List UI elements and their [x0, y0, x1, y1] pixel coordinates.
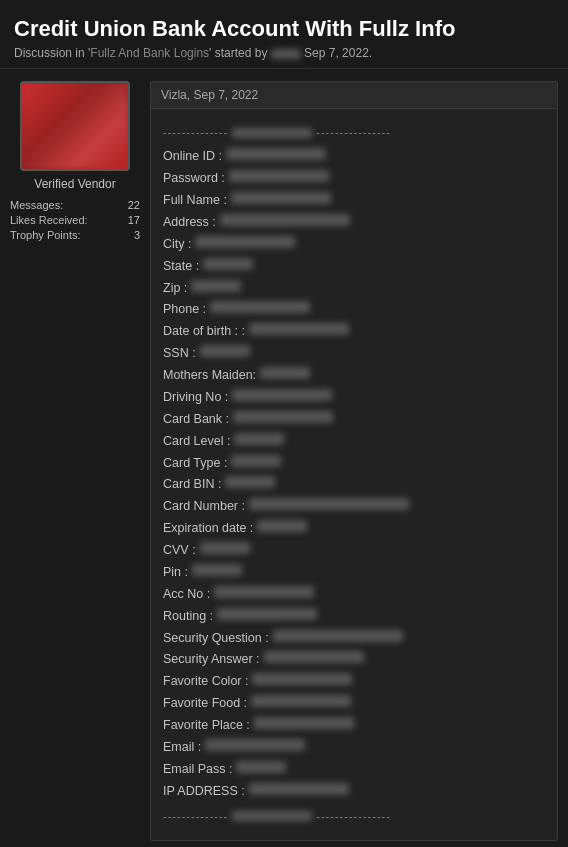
field-card-bin: Card BIN : [163, 474, 545, 496]
label-phone: Phone : [163, 299, 206, 321]
value-ssn [200, 345, 250, 357]
value-online-id [226, 148, 326, 160]
value-cvv [200, 542, 250, 554]
value-mothers-maiden [260, 367, 310, 379]
field-cvv: CVV : [163, 540, 545, 562]
label-pin: Pin : [163, 562, 188, 584]
value-zip [191, 280, 241, 292]
label-fav-food: Favorite Food : [163, 693, 247, 715]
label-city: City : [163, 234, 191, 256]
label-card-type: Card Type : [163, 453, 227, 475]
label-mothers-maiden: Mothers Maiden: [163, 365, 256, 387]
stat-likes: Likes Received: 17 [10, 214, 140, 226]
value-card-bin [225, 476, 275, 488]
main-content: Vizla, Sep 7, 2022 -------------- ------… [150, 81, 558, 841]
user-stats: Messages: 22 Likes Received: 17 Trophy P… [10, 199, 140, 244]
value-fav-food [251, 695, 351, 707]
field-card-level: Card Level : [163, 431, 545, 453]
label-card-bin: Card BIN : [163, 474, 221, 496]
value-card-bank [233, 411, 333, 423]
value-card-number [249, 498, 409, 510]
divider-value-top [232, 128, 312, 138]
field-email-pass: Email Pass : [163, 759, 545, 781]
post-date: Sep 7, 2022. [301, 46, 372, 60]
value-pin [192, 564, 242, 576]
value-fav-place [254, 717, 354, 729]
label-cvv: CVV : [163, 540, 196, 562]
label-address: Address : [163, 212, 216, 234]
divider-dashes-bottom-left: -------------- [163, 807, 228, 826]
value-acc-no [214, 586, 314, 598]
field-online-id: Online ID : [163, 146, 545, 168]
value-security-question [273, 630, 403, 642]
subtitle-prefix: Discussion in ' [14, 46, 90, 60]
value-card-level [234, 433, 284, 445]
value-routing [217, 608, 317, 620]
subtitle-mid: ' started by [209, 46, 271, 60]
label-acc-no: Acc No : [163, 584, 210, 606]
value-dob [249, 323, 349, 335]
field-driving-no: Driving No : [163, 387, 545, 409]
divider-dashes-left: -------------- [163, 123, 228, 142]
field-fav-color: Favorite Color : [163, 671, 545, 693]
field-expiration: Expiration date : [163, 518, 545, 540]
field-dob: Date of birth : : [163, 321, 545, 343]
divider-value-bottom [232, 811, 312, 821]
label-driving-no: Driving No : [163, 387, 228, 409]
page-subtitle: Discussion in 'Fullz And Bank Logins' st… [14, 46, 554, 60]
value-address [220, 214, 350, 226]
field-routing: Routing : [163, 606, 545, 628]
stat-trophy: Trophy Points: 3 [10, 229, 140, 241]
field-card-type: Card Type : [163, 453, 545, 475]
value-email [205, 739, 305, 751]
label-routing: Routing : [163, 606, 213, 628]
field-phone: Phone : [163, 299, 545, 321]
field-fav-food: Favorite Food : [163, 693, 545, 715]
label-zip: Zip : [163, 278, 187, 300]
page-title: Credit Union Bank Account With Fullz Inf… [14, 16, 554, 42]
field-state: State : [163, 256, 545, 278]
value-security-answer [264, 651, 364, 663]
value-fullname [231, 192, 331, 204]
stat-likes-label: Likes Received: [10, 214, 88, 226]
field-email: Email : [163, 737, 545, 759]
divider-dashes-bottom-right: ---------------- [316, 807, 391, 826]
field-pin: Pin : [163, 562, 545, 584]
field-card-bank: Card Bank : [163, 409, 545, 431]
field-acc-no: Acc No : [163, 584, 545, 606]
label-expiration: Expiration date : [163, 518, 253, 540]
post-author-date: Vizla, Sep 7, 2022 [161, 88, 258, 102]
field-city: City : [163, 234, 545, 256]
value-expiration [257, 520, 307, 532]
field-ssn: SSN : [163, 343, 545, 365]
value-driving-no [232, 389, 332, 401]
label-card-number: Card Number : [163, 496, 245, 518]
field-fullname: Full Name : [163, 190, 545, 212]
value-card-type [231, 455, 281, 467]
label-dob: Date of birth : : [163, 321, 245, 343]
label-ip-address: IP ADDRESS : [163, 781, 245, 803]
divider-top: -------------- ---------------- [163, 123, 545, 142]
label-fav-place: Favorite Place : [163, 715, 250, 737]
field-password: Password : [163, 168, 545, 190]
forum-link[interactable]: Fullz And Bank Logins [90, 46, 209, 60]
stat-likes-value: 17 [128, 214, 140, 226]
field-security-answer: Security Answer : [163, 649, 545, 671]
stat-messages-value: 22 [128, 199, 140, 211]
label-email: Email : [163, 737, 201, 759]
author-name [271, 49, 301, 59]
field-fav-place: Favorite Place : [163, 715, 545, 737]
page-header: Credit Union Bank Account With Fullz Inf… [0, 0, 568, 69]
label-password: Password : [163, 168, 225, 190]
divider-bottom: -------------- ---------------- [163, 807, 545, 826]
label-online-id: Online ID : [163, 146, 222, 168]
label-fullname: Full Name : [163, 190, 227, 212]
field-zip: Zip : [163, 278, 545, 300]
value-city [195, 236, 295, 248]
label-state: State : [163, 256, 199, 278]
post-header: Vizla, Sep 7, 2022 [151, 82, 557, 109]
value-ip-address [249, 783, 349, 795]
value-password [229, 170, 329, 182]
field-mothers-maiden: Mothers Maiden: [163, 365, 545, 387]
stat-messages-label: Messages: [10, 199, 63, 211]
